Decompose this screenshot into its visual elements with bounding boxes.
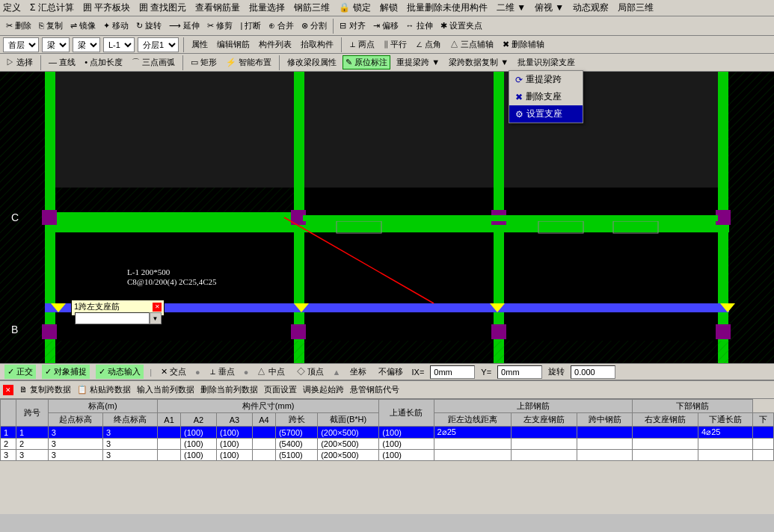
td-bot-cont <box>698 450 753 461</box>
btn-intersect[interactable]: ✕ 交点 <box>158 365 189 379</box>
btn-two-point[interactable]: ⊥ 两点 <box>346 37 378 52</box>
btn-parallel[interactable]: ∥ 平行 <box>381 37 410 52</box>
btn-midpoint[interactable]: △ 中点 <box>254 365 287 379</box>
btn-swap-start-span[interactable]: 调换起始跨 <box>303 384 344 395</box>
btn-page-setup[interactable]: 页面设置 <box>264 384 297 395</box>
td-top-cont: 2⌀25 <box>434 427 512 439</box>
btn-input-col-data[interactable]: 输入当前列数据 <box>137 384 194 395</box>
btn-delete-axis[interactable]: ✖ 删除辅轴 <box>500 37 547 52</box>
svg-rect-27 <box>716 324 731 339</box>
td-left-seat <box>512 450 577 461</box>
btn-mirror[interactable]: ⇌ 镜像 <box>67 19 99 33</box>
btn-repick-span[interactable]: 重提梁跨 ▼ <box>393 55 443 69</box>
canvas-input-label: 1跨左支座筋 <box>74 301 120 312</box>
btn-snap[interactable]: ✓ 对象捕捉 <box>42 365 90 379</box>
canvas-area[interactable]: C B L-1 200*500 C8@10/200(4) 2C25,4C25 1… <box>0 72 774 363</box>
canvas-input-field[interactable] <box>75 312 150 324</box>
btn-delete-col-data[interactable]: 删除当前列数据 <box>200 384 258 395</box>
close-panel-btn[interactable]: ✕ <box>3 385 13 395</box>
ix-value[interactable]: 0 mm <box>430 365 475 379</box>
svg-rect-2 <box>725 72 774 363</box>
menu-平齐板块[interactable]: 囲 平齐板块 <box>83 1 130 14</box>
table-container[interactable]: 跨号 标高(m) 构件尺寸(mm) 上通长筋 上部钢筋 下部钢筋 起点标高 终点… <box>0 399 774 514</box>
btn-perp[interactable]: ⊥ 垂点 <box>206 365 238 379</box>
btn-extend[interactable]: ⟶ 延伸 <box>166 19 203 33</box>
sep6 <box>279 55 280 70</box>
td-start: 3 <box>48 439 102 450</box>
btn-move[interactable]: ✦ 移动 <box>100 19 132 33</box>
menu-查看钢筋量[interactable]: 查看钢筋量 <box>195 1 240 14</box>
btn-original-mark[interactable]: ✎ 原位标注 <box>343 55 390 69</box>
sep3 <box>341 37 342 52</box>
table-row[interactable]: 3 3 3 3 (100) (100) (5100) (200×500) (10… <box>1 450 774 461</box>
btn-arc[interactable]: ⌒ 三点画弧 <box>129 55 178 69</box>
btn-pickup[interactable]: 抬取构件 <box>298 37 337 52</box>
btn-offset[interactable]: ⇥ 偏移 <box>370 19 402 33</box>
btn-point-angle[interactable]: ∠ 点角 <box>413 37 444 52</box>
th-height: 标高(m) <box>48 400 157 413</box>
btn-property[interactable]: 属性 <box>188 37 211 52</box>
btn-merge[interactable]: ⊕ 合并 <box>265 19 297 33</box>
btn-batch-identify[interactable]: 批量识别梁支座 <box>515 55 578 69</box>
btn-edit-rebar[interactable]: 编辑钢筋 <box>214 37 253 52</box>
btn-delete[interactable]: ✂ 删除 <box>3 19 34 33</box>
btn-dynamic-input[interactable]: ✓ 动态输入 <box>96 365 144 379</box>
btn-no-offset[interactable]: 不偏移 <box>375 365 406 379</box>
status-bar: ✓ 正交 ✓ 对象捕捉 ✓ 动态输入 | ✕ 交点 ● ⊥ 垂点 ● △ 中点 … <box>0 363 774 380</box>
btn-copy-span[interactable]: 梁跨数据复制 ▼ <box>446 55 512 69</box>
btn-setpoint[interactable]: ✱ 设置夹点 <box>437 19 485 33</box>
menu-二维[interactable]: 二维 ▼ <box>497 1 526 14</box>
btn-coord[interactable]: 坐标 <box>347 365 369 379</box>
table-row[interactable]: 1 1 3 3 (100) (100) (5700) (200×500) (10… <box>1 427 774 439</box>
select-type1[interactable]: 梁 <box>42 37 70 52</box>
canvas-input-dropdown[interactable]: ▼ <box>150 312 162 324</box>
menu-俯视[interactable]: 俯视 ▼ <box>535 1 564 14</box>
btn-vertex[interactable]: ◇ 顶点 <box>294 365 327 379</box>
btn-copy[interactable]: ⎘ 复制 <box>36 19 66 33</box>
menu-局部三维[interactable]: 局部三维 <box>618 1 654 14</box>
btn-select[interactable]: ▷ 选择 <box>3 55 36 69</box>
popup-item-repick[interactable]: ⟳ 重提梁跨 <box>509 71 583 88</box>
svg-text:B: B <box>11 324 18 335</box>
select-sublayer[interactable]: 分层1 <box>138 37 179 52</box>
menu-钢筋三维[interactable]: 钢筋三维 <box>294 1 330 14</box>
table-row[interactable]: 2 2 3 3 (100) (100) (5400) (200×500) (10… <box>1 439 774 450</box>
iy-value[interactable]: 0 mm <box>497 365 542 379</box>
btn-orthogonal[interactable]: ✓ 正交 <box>4 365 36 379</box>
td-top-cont <box>434 439 512 450</box>
menu-定义[interactable]: 定义 <box>3 1 21 14</box>
popup-item-set-seat[interactable]: ⚙ 设置支座 <box>509 105 583 123</box>
btn-hanger-rebar-code[interactable]: 悬管钢筋代号 <box>350 384 399 395</box>
btn-smart-place[interactable]: ⚡ 智能布置 <box>223 55 274 69</box>
btn-modify-segment[interactable]: 修改梁段属性 <box>284 55 340 69</box>
select-floor[interactable]: 首层 <box>3 37 39 52</box>
btn-align[interactable]: ⊟ 对齐 <box>337 19 368 33</box>
btn-copy-span-data[interactable]: 🗎 复制跨数据 <box>19 384 71 395</box>
btn-break[interactable]: | 打断 <box>237 19 264 33</box>
btn-line[interactable]: — 直线 <box>46 55 79 69</box>
btn-paste-span-data[interactable]: 📋 粘贴跨数据 <box>77 384 131 395</box>
rotate-value[interactable]: 0.000 <box>571 365 615 379</box>
btn-member-list[interactable]: 构件列表 <box>256 37 295 52</box>
btn-rect[interactable]: ▭ 矩形 <box>188 55 220 69</box>
td-mid <box>577 439 632 450</box>
menu-批量选择[interactable]: 批量选择 <box>249 1 285 14</box>
btn-split[interactable]: ⊗ 分割 <box>298 19 330 33</box>
select-member[interactable]: L-1 <box>103 37 135 52</box>
menu-查找图元[interactable]: 囲 查找图元 <box>139 1 186 14</box>
menu-汇总计算[interactable]: Σ 汇总计算 <box>30 1 74 14</box>
popup-item-delete-seat[interactable]: ✖ 删除支座 <box>509 88 583 105</box>
btn-rotate[interactable]: ↻ 旋转 <box>133 19 165 33</box>
btn-point-length[interactable]: • 点加长度 <box>82 55 126 69</box>
menu-锁定[interactable]: 🔒 锁定 <box>339 1 370 14</box>
canvas-span-input[interactable]: 1跨左支座筋 ✕ ▼ <box>71 300 165 316</box>
menu-解锁[interactable]: 解锁 <box>380 1 398 14</box>
canvas-input-close[interactable]: ✕ <box>153 303 162 312</box>
svg-rect-26 <box>491 324 506 339</box>
btn-stretch[interactable]: ↔ 拉伸 <box>403 19 436 33</box>
btn-trim[interactable]: ✂ 修剪 <box>204 19 236 33</box>
menu-动态观察[interactable]: 动态观察 <box>573 1 609 14</box>
select-type2[interactable]: 梁 <box>73 37 100 52</box>
btn-three-point-axis[interactable]: △ 三点辅轴 <box>447 37 497 52</box>
menu-批量删除[interactable]: 批量删除未使用构件 <box>407 1 488 14</box>
